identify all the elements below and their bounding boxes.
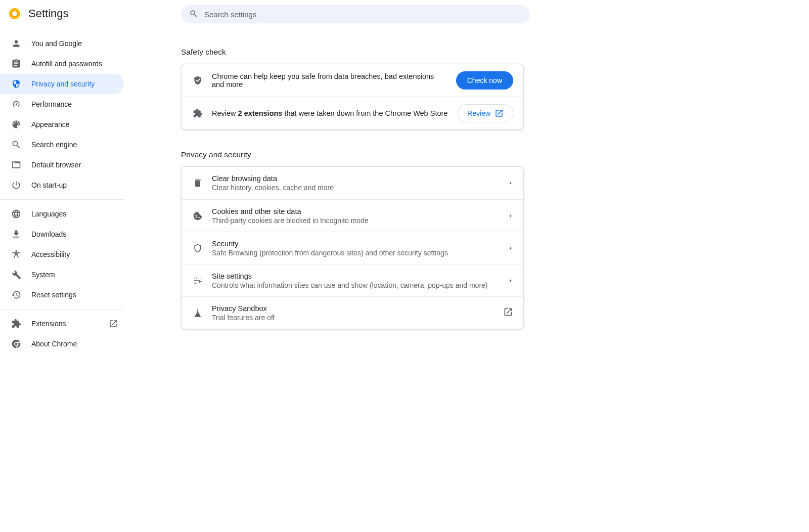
restore-icon (11, 290, 21, 300)
divider (0, 199, 124, 200)
sidebar-item-performance[interactable]: Performance (0, 94, 124, 114)
sidebar-item-label: Performance (31, 100, 72, 108)
sidebar-item-autofill[interactable]: Autofill and passwords (0, 54, 124, 74)
sidebar-item-extensions[interactable]: Extensions (0, 314, 124, 334)
download-icon (11, 229, 21, 239)
extension-icon (193, 108, 203, 118)
search-icon (189, 9, 198, 20)
chevron-right-icon (508, 244, 513, 252)
sidebar-item-downloads[interactable]: Downloads (0, 224, 124, 244)
row-subtitle: Third-party cookies are blocked in Incog… (212, 216, 499, 225)
search-input[interactable] (204, 10, 522, 19)
sidebar-item-label: Privacy and security (31, 80, 95, 88)
sidebar: Settings You and Google Autofill and pas… (0, 0, 124, 532)
privacy-heading: Privacy and security (181, 150, 809, 159)
safety-check-heading: Safety check (181, 48, 809, 57)
safety-check-text: Chrome can help keep you safe from data … (212, 72, 447, 88)
review-extensions-text: Review 2 extensions that were taken down… (212, 109, 448, 117)
sidebar-item-search-engine[interactable]: Search engine (0, 135, 124, 155)
chrome-icon (11, 339, 21, 349)
shield-icon (11, 79, 21, 89)
sidebar-item-label: Appearance (31, 120, 70, 128)
person-icon (11, 38, 21, 49)
sidebar-item-privacy-security[interactable]: Privacy and security (0, 74, 124, 94)
row-title: Security (212, 240, 499, 248)
search-icon (11, 140, 21, 150)
cookies-row[interactable]: Cookies and other site data Third-party … (182, 199, 523, 232)
sidebar-item-label: Accessibility (31, 250, 70, 258)
globe-icon (11, 209, 21, 219)
sidebar-item-label: Reset settings (31, 291, 76, 299)
open-in-new-icon (503, 307, 513, 319)
clear-browsing-data-row[interactable]: Clear browsing data Clear history, cooki… (182, 167, 523, 199)
wrench-icon (11, 270, 21, 280)
speedometer-icon (11, 99, 21, 109)
cookie-icon (193, 211, 203, 221)
flask-icon (193, 308, 203, 318)
divider (0, 309, 124, 309)
sidebar-item-label: About Chrome (31, 340, 77, 348)
sidebar-item-reset[interactable]: Reset settings (0, 285, 124, 305)
sidebar-item-on-startup[interactable]: On start-up (0, 175, 124, 195)
tune-icon (193, 276, 203, 286)
shield-outline-icon (193, 243, 203, 253)
privacy-sandbox-row[interactable]: Privacy Sandbox Trial features are off (182, 296, 523, 329)
chrome-logo-icon (9, 8, 20, 19)
sidebar-item-label: Extensions (31, 320, 66, 328)
extension-icon (11, 319, 21, 329)
safety-check-card: Chrome can help keep you safe from data … (181, 64, 524, 130)
review-button-label: Review (467, 109, 490, 117)
verified-shield-icon (193, 75, 203, 85)
search-box[interactable] (181, 5, 530, 23)
row-title: Site settings (212, 272, 499, 280)
header: Settings (0, 7, 124, 33)
check-now-button[interactable]: Check now (456, 71, 513, 90)
sidebar-item-label: On start-up (31, 181, 67, 189)
review-extensions-row: Review 2 extensions that were taken down… (182, 97, 523, 129)
sidebar-item-languages[interactable]: Languages (0, 204, 124, 224)
row-title: Clear browsing data (212, 174, 499, 183)
sidebar-item-default-browser[interactable]: Default browser (0, 155, 124, 175)
power-icon (11, 180, 21, 190)
safety-check-row: Chrome can help keep you safe from data … (182, 64, 523, 97)
row-subtitle: Trial features are off (212, 314, 494, 322)
sidebar-item-label: Downloads (31, 230, 66, 238)
sidebar-item-label: System (31, 271, 55, 279)
sidebar-item-accessibility[interactable]: Accessibility (0, 244, 124, 264)
row-title: Privacy Sandbox (212, 304, 494, 313)
browser-icon (11, 160, 21, 170)
main-content: Safety check Chrome can help keep you sa… (124, 0, 809, 532)
sidebar-item-label: Languages (31, 210, 66, 218)
sidebar-item-label: You and Google (31, 39, 82, 48)
sidebar-item-label: Default browser (31, 161, 81, 169)
accessibility-icon (11, 249, 21, 259)
row-title: Cookies and other site data (212, 207, 499, 215)
chevron-right-icon (508, 179, 513, 187)
security-row[interactable]: Security Safe Browsing (protection from … (182, 232, 523, 264)
sidebar-item-appearance[interactable]: Appearance (0, 114, 124, 135)
review-button[interactable]: Review (458, 104, 513, 122)
row-subtitle: Safe Browsing (protection from dangerous… (212, 249, 499, 257)
sidebar-item-you-and-google[interactable]: You and Google (0, 33, 124, 54)
sidebar-item-system[interactable]: System (0, 264, 124, 285)
sidebar-item-about[interactable]: About Chrome (0, 334, 124, 354)
row-subtitle: Controls what information sites can use … (212, 281, 499, 289)
row-subtitle: Clear history, cookies, cache and more (212, 184, 499, 192)
app-title: Settings (28, 7, 69, 20)
sidebar-item-label: Search engine (31, 141, 77, 149)
trash-icon (193, 178, 203, 188)
open-in-new-icon (495, 109, 504, 118)
open-in-new-icon (109, 319, 118, 328)
chevron-right-icon (508, 212, 513, 220)
privacy-card: Clear browsing data Clear history, cooki… (181, 166, 524, 329)
site-settings-row[interactable]: Site settings Controls what information … (182, 264, 523, 296)
sidebar-item-label: Autofill and passwords (31, 60, 102, 68)
chevron-right-icon (508, 277, 513, 285)
clipboard-icon (11, 59, 21, 69)
palette-icon (11, 119, 21, 129)
